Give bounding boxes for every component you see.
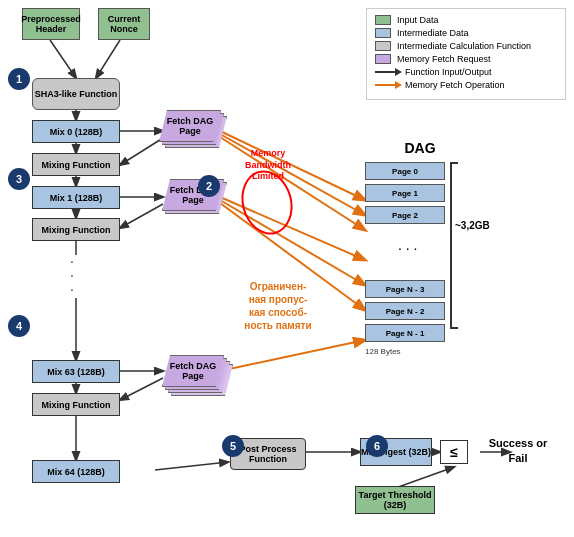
mixing-function-1-label: Mixing Function (42, 160, 111, 170)
diagram-container: Input Data Intermediate Data Intermediat… (0, 0, 574, 537)
target-threshold-label: Target Threshold (32B) (356, 490, 434, 510)
svg-line-1 (96, 40, 120, 78)
dag-pageN1-box: Page N - 1 (365, 324, 445, 342)
mixing-function-2-box: Mixing Function (32, 218, 120, 241)
dag-brace-bottom (450, 327, 458, 329)
dots-1: ··· (70, 254, 74, 296)
mix64-label: Mix 64 (128B) (47, 467, 105, 477)
dag-pageN1-label: Page N - 1 (386, 329, 425, 338)
fetch-dag-3-label: Fetch DAG Page (163, 361, 223, 381)
legend-intermediate-icon (375, 28, 391, 38)
success-fail-label: Success or Fail (489, 437, 548, 464)
bytes-label: 128 Bytes (365, 347, 401, 356)
svg-line-20 (120, 378, 163, 400)
step-6-circle: 6 (366, 435, 388, 457)
legend-memory-icon (375, 54, 391, 64)
dag-page1-box: Page 1 (365, 184, 445, 202)
dag-brace-line (450, 162, 452, 327)
mix1-label: Mix 1 (128B) (50, 193, 103, 203)
legend-input-icon (375, 15, 391, 25)
current-nonce-box: Current Nonce (98, 8, 150, 40)
legend-func-io-label: Function Input/Output (405, 67, 492, 77)
dag-pageN3-box: Page N - 3 (365, 280, 445, 298)
dag-pageN2-label: Page N - 2 (386, 307, 425, 316)
bytes-label-text: 128 Bytes (365, 347, 401, 356)
fetch-dag-1-label: Fetch DAG Page (160, 116, 220, 136)
dag-brace-top (450, 162, 458, 164)
sha3-label: SHA3-like Function (35, 89, 118, 99)
mix0-box: Mix 0 (128B) (32, 120, 120, 143)
dag-page2-label: Page 2 (392, 211, 418, 220)
svg-line-19 (120, 204, 163, 228)
mix63-box: Mix 63 (128B) (32, 360, 120, 383)
legend-intermediate-label: Intermediate Data (397, 28, 469, 38)
dag-page1-label: Page 1 (392, 189, 418, 198)
legend-calc-function: Intermediate Calculation Function (375, 41, 557, 51)
step-4-circle: 4 (8, 315, 30, 337)
dag-pageN2-box: Page N - 2 (365, 302, 445, 320)
size-label: ~3,2GB (455, 220, 490, 231)
size-label-text: ~3,2GB (455, 220, 490, 231)
dag-pageN3-label: Page N - 3 (386, 285, 425, 294)
lte-box: ≤ (440, 440, 468, 464)
target-threshold-box: Target Threshold (32B) (355, 486, 435, 514)
dag-page0-label: Page 0 (392, 167, 418, 176)
dag-page0-box: Page 0 (365, 162, 445, 180)
step-3-circle: 3 (8, 168, 30, 190)
mixing-function-3-box: Mixing Function (32, 393, 120, 416)
step-2-circle: 2 (198, 175, 220, 197)
mix1-box: Mix 1 (128B) (32, 186, 120, 209)
mixing-function-2-label: Mixing Function (42, 225, 111, 235)
legend-func-io: Function Input/Output (375, 67, 557, 77)
legend-input-label: Input Data (397, 15, 439, 25)
mixing-function-3-label: Mixing Function (42, 400, 111, 410)
legend-memory-op-label: Memory Fetch Operation (405, 80, 505, 90)
legend-memory-op: Memory Fetch Operation (375, 80, 557, 90)
success-fail-text: Success or Fail (478, 436, 558, 467)
dag-title-label: DAG (404, 140, 435, 156)
legend-intermediate-data: Intermediate Data (375, 28, 557, 38)
fetch-dag-3-box: Fetch DAG Page (162, 355, 224, 387)
preprocessed-header-box: Preprocessed Header (22, 8, 80, 40)
fetch-dag-1-box: Fetch DAG Page (159, 110, 221, 142)
sha3-box: SHA3-like Function (32, 78, 120, 110)
mix64-box: Mix 64 (128B) (32, 460, 120, 483)
legend-input-data: Input Data (375, 15, 557, 25)
legend-calc-label: Intermediate Calculation Function (397, 41, 531, 51)
legend-memory-fetch: Memory Fetch Request (375, 54, 557, 64)
dag-dots: · · · (398, 240, 417, 256)
svg-line-10 (155, 462, 228, 470)
legend-memory-op-line (375, 84, 399, 86)
svg-line-25 (220, 200, 365, 285)
legend-calc-icon (375, 41, 391, 51)
dag-page2-box: Page 2 (365, 206, 445, 224)
dag-title: DAG (370, 140, 470, 156)
svg-line-0 (50, 40, 76, 78)
russian-text: Ограничен-ная пропус-кая способ-ность па… (238, 280, 318, 332)
current-nonce-label: Current Nonce (99, 14, 149, 34)
legend-func-io-line (375, 71, 399, 73)
svg-line-27 (220, 340, 365, 371)
svg-line-18 (120, 138, 163, 165)
step-5-circle: 5 (222, 435, 244, 457)
mix63-label: Mix 63 (128B) (47, 367, 105, 377)
mix0-label: Mix 0 (128B) (50, 127, 103, 137)
mixing-function-1-box: Mixing Function (32, 153, 120, 176)
legend-memory-label: Memory Fetch Request (397, 54, 491, 64)
step-1-circle: 1 (8, 68, 30, 90)
legend: Input Data Intermediate Data Intermediat… (366, 8, 566, 100)
preprocessed-header-label: Preprocessed Header (21, 14, 81, 34)
